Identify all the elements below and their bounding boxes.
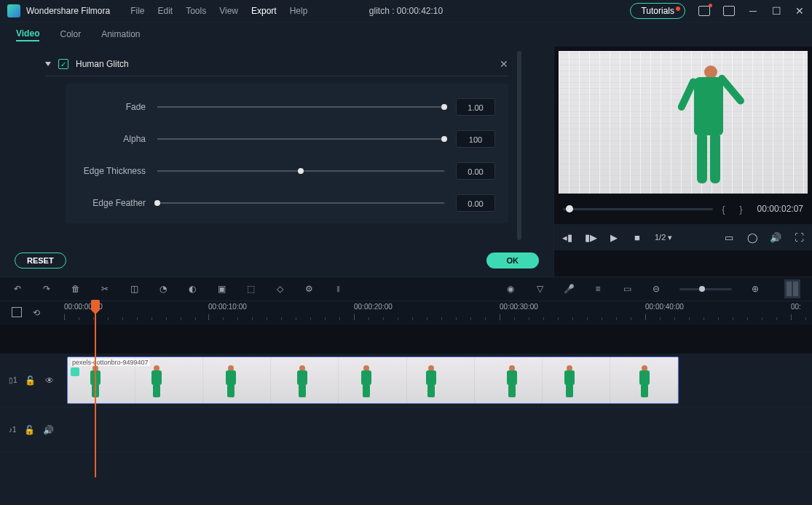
timeline-ruler[interactable]: 00:00:00:0000:00:10:0000:00:20:0000:00:3… [64, 301, 800, 325]
effect-title: Human Glitch [76, 59, 129, 69]
param-fade: Fade 1.00 [66, 98, 495, 116]
task-list-icon[interactable] [723, 6, 735, 16]
subtitle-icon[interactable]: ▭ [621, 283, 633, 295]
menu-help[interactable]: Help [290, 6, 308, 16]
tab-color[interactable]: Color [60, 29, 81, 41]
greenscreen-icon[interactable]: ▣ [216, 283, 227, 295]
play-pause-icon[interactable]: ▮▶ [585, 231, 596, 243]
edge-thickness-value[interactable]: 0.00 [456, 162, 495, 180]
zoom-out-icon[interactable]: ⊖ [650, 283, 662, 295]
minimize-button[interactable]: ─ [748, 6, 758, 16]
track-height-icon[interactable] [784, 279, 800, 298]
preview-scrubber[interactable] [563, 208, 713, 210]
menu-edit[interactable]: Edit [158, 6, 173, 16]
delete-icon[interactable]: 🗑 [70, 283, 82, 295]
effect-enabled-checkbox[interactable]: ✓ [58, 59, 68, 69]
menu-export[interactable]: Export [251, 6, 277, 16]
tab-video[interactable]: Video [16, 28, 39, 41]
adjust-icon[interactable]: ⚙ [303, 283, 315, 295]
effect-header: ✓ Human Glitch ✕ [45, 51, 508, 76]
lock-icon[interactable]: 🔓 [25, 375, 36, 386]
track-manager-icon[interactable] [12, 307, 22, 317]
playback-speed[interactable]: 1/2 ▾ [655, 233, 672, 242]
preview-panel: { } 00:00:02:07 ◂▮ ▮▶ ▶ ■ 1/2 ▾ ▭ ◯ 🔊 ⛶ [553, 47, 812, 277]
audio-track-header: ♪1 🔓 🔊 [0, 407, 64, 452]
titlebar: Wondershare Filmora File Edit Tools View… [0, 0, 812, 22]
menu-tools[interactable]: Tools [186, 6, 206, 16]
preview-controls: ◂▮ ▮▶ ▶ ■ 1/2 ▾ ▭ ◯ 🔊 ⛶ [554, 224, 812, 250]
in-out-brackets[interactable]: { } [722, 204, 748, 215]
audio-wave-icon[interactable]: ⦀ [332, 283, 344, 295]
snapshot-icon[interactable]: ◯ [746, 231, 758, 243]
zoom-slider[interactable] [679, 288, 732, 290]
selection-icon[interactable]: ⬚ [245, 283, 256, 295]
property-tabs: Video Color Animation [0, 22, 812, 47]
edge-thickness-slider[interactable] [157, 166, 444, 176]
playhead[interactable] [95, 301, 96, 477]
alpha-slider[interactable] [157, 134, 444, 144]
fullscreen-icon[interactable]: ⛶ [793, 231, 805, 243]
ok-button[interactable]: OK [486, 252, 540, 269]
display-quality-icon[interactable]: ▭ [723, 231, 735, 243]
scrollbar[interactable] [517, 51, 521, 240]
speed-icon[interactable]: ◔ [157, 283, 169, 295]
tutorials-button[interactable]: Tutorials [630, 3, 685, 19]
lock-icon[interactable]: 🔓 [24, 424, 36, 436]
app-logo-icon [7, 4, 20, 17]
stop-icon[interactable]: ■ [631, 231, 643, 243]
mute-icon[interactable]: 🔊 [43, 424, 55, 436]
marker-icon[interactable]: ▽ [534, 283, 545, 295]
fade-value[interactable]: 1.00 [456, 98, 495, 116]
preview-viewport[interactable] [559, 51, 808, 194]
param-label: Edge Feather [66, 198, 146, 208]
timeline-toolbar: ↶ ↷ 🗑 ✂ ◫ ◔ ◐ ▣ ⬚ ◇ ⚙ ⦀ ◉ ▽ 🎤 ≡ ▭ ⊖ ⊕ [0, 277, 812, 301]
fade-slider[interactable] [157, 102, 444, 112]
maximize-button[interactable]: ☐ [771, 6, 781, 16]
zoom-in-icon[interactable]: ⊕ [749, 283, 761, 295]
render-icon[interactable]: ◉ [505, 283, 516, 295]
voiceover-icon[interactable]: 🎤 [563, 283, 575, 295]
crop-icon[interactable]: ◫ [128, 283, 140, 295]
video-track-header: ▯1 🔓 👁 [0, 354, 64, 407]
menu-file[interactable]: File [130, 6, 144, 16]
effect-badge-icon [71, 367, 79, 376]
volume-icon[interactable]: 🔊 [770, 231, 781, 243]
mixer-icon[interactable]: ≡ [592, 283, 604, 295]
step-back-icon[interactable]: ◂▮ [561, 231, 573, 243]
preview-timecode: 00:00:02:07 [757, 204, 803, 214]
effect-params: Fade 1.00 Alpha 100 Edge Thickness 0.00 … [66, 84, 508, 223]
redo-icon[interactable]: ↷ [41, 283, 52, 295]
play-icon[interactable]: ▶ [608, 231, 620, 243]
reset-button[interactable]: RESET [15, 252, 66, 269]
audio-track-label: ♪1 [9, 426, 17, 434]
audio-track-body[interactable] [64, 407, 812, 452]
timeline-tracks: ▯1 🔓 👁 pexels-cottonbro-9499407 ♪1 � [0, 354, 812, 505]
video-track-body[interactable]: pexels-cottonbro-9499407 [64, 354, 812, 407]
visibility-icon[interactable]: 👁 [44, 375, 55, 386]
properties-footer: RESET OK [0, 244, 553, 277]
video-clip[interactable]: pexels-cottonbro-9499407 [67, 357, 679, 404]
link-icon[interactable]: ⟲ [31, 307, 42, 319]
video-track-label: ▯1 [9, 376, 17, 384]
properties-panel: ✓ Human Glitch ✕ Fade 1.00 Alpha 100 Edg… [0, 47, 553, 277]
menu-bar: File Edit Tools View Export Help [130, 6, 307, 16]
audio-track: ♪1 🔓 🔊 [0, 407, 812, 453]
edge-feather-slider[interactable] [157, 198, 444, 208]
video-track: ▯1 🔓 👁 pexels-cottonbro-9499407 [0, 354, 812, 407]
collapse-caret-icon[interactable] [45, 62, 51, 66]
tab-animation[interactable]: Animation [101, 29, 140, 41]
split-icon[interactable]: ✂ [99, 283, 111, 295]
param-alpha: Alpha 100 [66, 130, 495, 148]
edge-feather-value[interactable]: 0.00 [456, 194, 495, 212]
close-button[interactable]: ✕ [795, 6, 805, 16]
clip-name-label: pexels-cottonbro-9499407 [71, 359, 150, 366]
remove-effect-icon[interactable]: ✕ [500, 58, 508, 70]
timeline-ruler-row: ⟲ 00:00:00:0000:00:10:0000:00:20:0000:00… [0, 301, 812, 325]
color-icon[interactable]: ◐ [186, 283, 198, 295]
messages-icon[interactable] [698, 6, 710, 16]
menu-view[interactable]: View [219, 6, 238, 16]
undo-icon[interactable]: ↶ [12, 283, 23, 295]
titlebar-right: Tutorials ─ ☐ ✕ [630, 3, 805, 19]
keyframe-icon[interactable]: ◇ [274, 283, 285, 295]
alpha-value[interactable]: 100 [456, 130, 495, 148]
